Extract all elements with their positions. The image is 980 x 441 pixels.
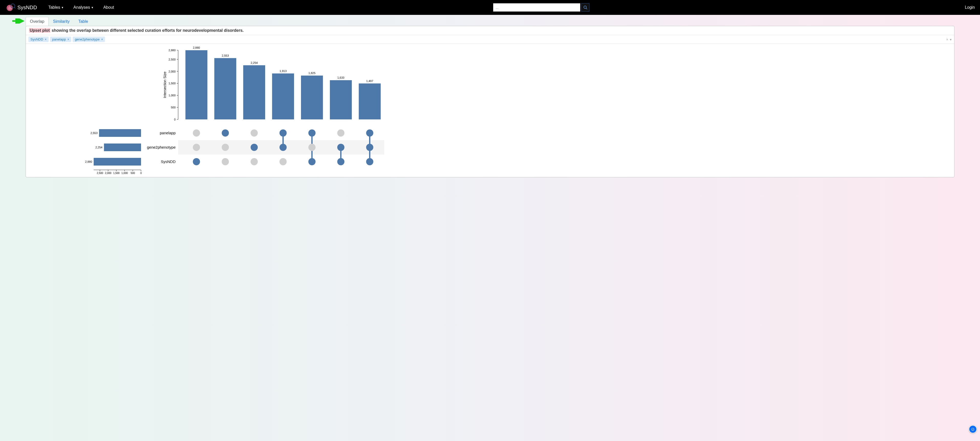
membership-dot — [193, 158, 200, 165]
bar-value-label: 2,553 — [222, 54, 229, 57]
membership-dot — [337, 158, 345, 165]
membership-dot — [193, 129, 200, 137]
svg-line-2 — [14, 7, 15, 8]
chip-remove-icon[interactable]: × — [45, 38, 46, 41]
chip-panelapp[interactable]: panelapp× — [50, 37, 72, 42]
chip-remove-icon[interactable]: × — [67, 38, 69, 41]
bar-value-label: 2,254 — [251, 61, 258, 64]
svg-text:2,500: 2,500 — [97, 172, 103, 174]
panel-title: Upset plot showing the overlap between d… — [26, 26, 954, 35]
set-label: SysNDD — [161, 160, 176, 164]
set-size-value: 2,254 — [95, 146, 103, 149]
membership-dot — [280, 158, 286, 165]
bar-value-label: 2,880 — [193, 46, 200, 49]
set-label: gene2phenotype — [147, 145, 176, 149]
arrow-indicator-icon — [12, 18, 25, 24]
chip-label: SysNDD — [30, 37, 43, 41]
bar-value-label: 1,633 — [337, 76, 345, 79]
membership-dot — [280, 129, 286, 137]
chip-remove-icon[interactable]: × — [101, 38, 103, 41]
membership-dot — [222, 144, 229, 151]
svg-text:2,000: 2,000 — [169, 70, 176, 73]
set-size-bar — [94, 158, 141, 166]
nav-analyses[interactable]: Analyses ▼ — [70, 3, 97, 12]
membership-dot — [366, 129, 374, 137]
svg-point-3 — [584, 6, 586, 8]
svg-text:0: 0 — [140, 172, 142, 174]
membership-dot — [251, 129, 258, 137]
caret-down-icon: ▼ — [61, 6, 64, 9]
title-highlight: Upset plot — [29, 28, 51, 33]
membership-dot — [337, 129, 345, 137]
chip-label: gene2phenotype — [75, 37, 100, 41]
membership-dot — [222, 129, 229, 137]
brand-text: SysNDD — [18, 5, 37, 11]
main: Overlap Similarity Table Upset plot show… — [0, 15, 980, 177]
feedback-button[interactable]: ☺ — [969, 425, 977, 433]
bar-value-label: 1,497 — [366, 80, 374, 83]
svg-text:500: 500 — [171, 106, 176, 109]
search-input[interactable] — [493, 3, 580, 11]
set-size-value: 2,553 — [90, 131, 97, 134]
svg-line-4 — [586, 8, 587, 9]
svg-text:1,000: 1,000 — [169, 94, 176, 97]
search-icon — [583, 5, 587, 10]
bar-value-label: 1,825 — [309, 72, 316, 75]
tab-overlap[interactable]: Overlap — [25, 17, 49, 26]
intersection-bar — [330, 80, 352, 120]
chip-sysndd[interactable]: SysNDD× — [29, 37, 49, 42]
login-link[interactable]: Login — [965, 5, 975, 10]
bar-value-label: 1,913 — [280, 69, 286, 72]
intersection-bar — [301, 75, 323, 120]
panel: Upset plot showing the overlap between d… — [25, 26, 955, 177]
nav-about[interactable]: About — [100, 3, 118, 12]
set-size-value: 2,880 — [85, 160, 92, 163]
caret-down-icon: ▼ — [91, 6, 94, 9]
nav-tables-label: Tables — [48, 5, 60, 10]
membership-dot — [222, 158, 229, 165]
intersection-bar — [272, 74, 294, 120]
set-label: panelapp — [160, 131, 176, 135]
search-wrap — [493, 3, 589, 11]
membership-dot — [309, 144, 316, 151]
svg-text:Intersection Size: Intersection Size — [163, 72, 167, 98]
chips-row: SysNDD×panelapp×gene2phenotype× × ▾ — [26, 35, 954, 44]
membership-dot — [366, 158, 374, 165]
membership-dot — [251, 144, 258, 151]
membership-dot — [280, 144, 286, 151]
close-icon: × — [946, 37, 948, 42]
brain-logo-icon — [5, 2, 15, 13]
intersection-bar — [243, 66, 265, 120]
intersection-bar — [214, 58, 236, 120]
tabs: Overlap Similarity Table — [0, 15, 980, 26]
set-size-bar — [99, 129, 141, 137]
tab-table[interactable]: Table — [74, 17, 92, 26]
nav-about-label: About — [103, 5, 114, 10]
set-size-bar — [104, 144, 141, 151]
svg-text:1,500: 1,500 — [169, 82, 176, 85]
smile-icon: ☺ — [970, 427, 975, 432]
membership-dot — [337, 144, 345, 151]
chevron-down-icon: ▾ — [950, 37, 951, 42]
svg-text:0: 0 — [174, 118, 176, 121]
navbar: SysNDD Tables ▼ Analyses ▼ About Login — [0, 0, 980, 15]
membership-dot — [366, 144, 374, 151]
chips-clear[interactable]: × ▾ — [946, 37, 951, 42]
intersection-bar — [359, 83, 381, 120]
chip-label: panelapp — [52, 37, 66, 41]
tab-similarity[interactable]: Similarity — [49, 17, 74, 26]
upset-chart: 2,8802,5002,0001,5001,0005000Intersectio… — [26, 44, 954, 177]
svg-text:2,880: 2,880 — [169, 49, 176, 52]
nav-analyses-label: Analyses — [73, 5, 90, 10]
membership-dot — [309, 129, 316, 137]
nav-tables[interactable]: Tables ▼ — [45, 3, 67, 12]
membership-dot — [309, 158, 316, 165]
svg-text:2,500: 2,500 — [169, 58, 176, 61]
search-button[interactable] — [581, 3, 589, 11]
membership-dot — [251, 158, 258, 165]
membership-dot — [193, 144, 200, 151]
intersection-bar — [186, 50, 208, 120]
title-rest: showing the overlap between different se… — [51, 28, 243, 32]
brand[interactable]: SysNDD — [5, 2, 37, 13]
chip-gene2phenotype[interactable]: gene2phenotype× — [73, 37, 105, 42]
